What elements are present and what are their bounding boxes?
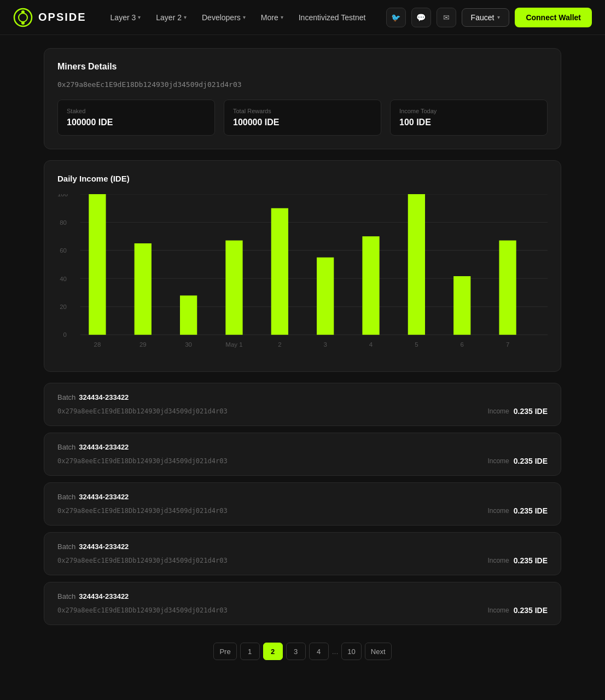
batch-header: Batch 324434-233422 [57,443,548,451]
batch-address: 0x279a8eeEc1E9dE18Db124930jd34509dj021d4… [57,407,228,415]
x-label-may1: May 1 [225,340,242,347]
chart-area: 100 80 60 40 20 0 28 29 30 May 1 [57,194,548,358]
bar-2 [271,208,288,335]
chart-title: Daily Income (IDE) [57,174,548,183]
income-today-value: 100 IDE [399,118,538,127]
batch-id: 324434-233422 [79,393,129,401]
income-value: 0.235 IDE [514,556,548,565]
batch-label: Batch [57,592,75,600]
miners-details-card: Miners Details 0x279a8eeEc1E9dE18Db12493… [44,48,561,149]
batch-card: Batch 324434-233422 0x279a8eeEc1E9dE18Db… [44,482,561,526]
income-label: Income [487,407,509,415]
batch-id: 324434-233422 [79,592,129,600]
batch-income: Income 0.235 IDE [487,556,548,565]
discord-button[interactable]: 💬 [411,8,431,27]
total-rewards-value: 100000 IDE [233,118,372,127]
twitter-button[interactable]: 🐦 [386,8,406,27]
x-label-30: 30 [185,340,192,347]
chart-card: Daily Income (IDE) 100 80 60 40 20 0 [44,160,561,372]
income-label: Income [487,507,509,515]
x-label-29: 29 [139,340,147,347]
y-label-80: 80 [60,219,67,226]
bar-5 [408,194,425,335]
chevron-down-icon: ▾ [138,14,141,20]
batch-header: Batch 324434-233422 [57,592,548,600]
income-value: 0.235 IDE [514,457,548,465]
batch-header: Batch 324434-233422 [57,542,548,551]
batch-card: Batch 324434-233422 0x279a8eeEc1E9dE18Db… [44,433,561,476]
stats-row: Staked 100000 IDE Total Rewards 100000 I… [57,100,548,136]
nav-more[interactable]: More ▾ [254,9,290,26]
batch-address: 0x279a8eeEc1E9dE18Db124930jd34509dj021d4… [57,606,228,614]
nav-layer2[interactable]: Layer 2 ▾ [149,9,193,26]
bar-3 [317,258,334,335]
nav-links: Layer 3 ▾ Layer 2 ▾ Developers ▾ More ▾ … [104,9,386,26]
batch-address: 0x279a8eeEc1E9dE18Db124930jd34509dj021d4… [57,507,228,515]
staked-label: Staked [67,108,206,114]
logo-icon [13,8,33,27]
batch-body: 0x279a8eeEc1E9dE18Db124930jd34509dj021d4… [57,407,548,416]
pagination: Pre 1 2 3 4 ... 10 Next [44,632,561,676]
income-label: Income [487,457,509,465]
page-2-button[interactable]: 2 [263,643,283,660]
x-label-6: 6 [461,340,464,347]
batch-id: 324434-233422 [79,542,129,551]
batch-label: Batch [57,542,75,551]
total-rewards-label: Total Rewards [233,108,372,114]
batch-card: Batch 324434-233422 0x279a8eeEc1E9dE18Db… [44,532,561,575]
income-label: Income [487,606,509,614]
batch-label: Batch [57,443,75,451]
x-label-5: 5 [415,340,418,347]
stat-staked: Staked 100000 IDE [57,100,215,136]
main-content: Miners Details 0x279a8eeEc1E9dE18Db12493… [0,35,605,690]
batch-body: 0x279a8eeEc1E9dE18Db124930jd34509dj021d4… [57,506,548,515]
batch-body: 0x279a8eeEc1E9dE18Db124930jd34509dj021d4… [57,606,548,615]
page-1-button[interactable]: 1 [240,643,260,660]
nav-developers[interactable]: Developers ▾ [195,9,252,26]
nav-incentivized-testnet[interactable]: Incentivized Testnet [292,9,373,26]
next-button[interactable]: Next [365,643,392,660]
chart-svg: 100 80 60 40 20 0 28 29 30 May 1 [57,194,548,358]
x-label-7: 7 [506,340,509,347]
income-value: 0.235 IDE [514,606,548,615]
bar-29 [135,243,152,335]
svg-point-1 [19,13,27,22]
pagination-ellipsis: ... [332,647,339,656]
email-button[interactable]: ✉ [437,8,456,27]
page-3-button[interactable]: 3 [286,643,306,660]
logo[interactable]: OPSIDE [13,8,86,27]
bar-6 [453,276,470,335]
batch-label: Batch [57,493,75,501]
prev-button[interactable]: Pre [213,643,236,660]
nav-layer3[interactable]: Layer 3 ▾ [104,9,148,26]
y-label-20: 20 [60,303,67,310]
batch-body: 0x279a8eeEc1E9dE18Db124930jd34509dj021d4… [57,556,548,565]
page-4-button[interactable]: 4 [309,643,329,660]
x-label-28: 28 [94,340,101,347]
y-label-100: 100 [57,194,68,197]
staked-value: 100000 IDE [67,118,206,127]
chevron-down-icon: ▾ [497,14,500,20]
chevron-down-icon: ▾ [184,14,187,20]
income-label: Income [487,557,509,564]
y-label-40: 40 [60,275,67,282]
income-today-label: Income Today [399,108,538,114]
income-value: 0.235 IDE [514,506,548,515]
batch-list: Batch 324434-233422 0x279a8eeEc1E9dE18Db… [44,383,561,625]
batch-income: Income 0.235 IDE [487,407,548,416]
batch-income: Income 0.235 IDE [487,606,548,615]
x-label-3: 3 [323,340,327,347]
page-last-button[interactable]: 10 [341,643,361,660]
bar-4 [362,236,379,335]
batch-card: Batch 324434-233422 0x279a8eeEc1E9dE18Db… [44,383,561,426]
svg-point-3 [21,21,25,25]
bar-28 [89,194,106,335]
x-label-2: 2 [278,340,281,347]
batch-header: Batch 324434-233422 [57,393,548,401]
batch-income: Income 0.235 IDE [487,506,548,515]
batch-label: Batch [57,393,75,401]
batch-card: Batch 324434-233422 0x279a8eeEc1E9dE18Db… [44,582,561,625]
bar-7 [499,241,516,335]
connect-wallet-button[interactable]: Connect Wallet [515,8,592,27]
faucet-button[interactable]: Faucet ▾ [462,8,510,27]
